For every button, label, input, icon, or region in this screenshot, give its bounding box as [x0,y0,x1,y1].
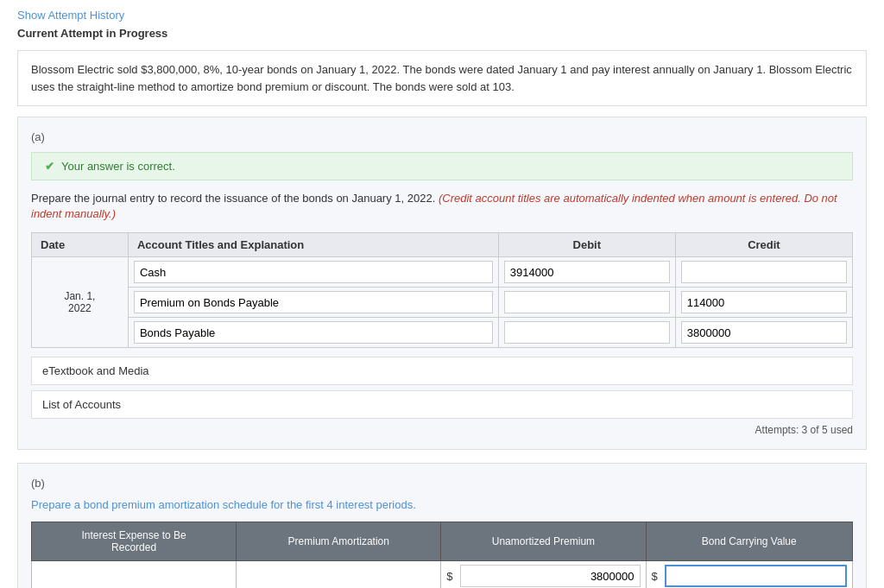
list-of-accounts-anchor[interactable]: List of Accounts [42,398,121,411]
debit-cell-bonds [498,318,675,348]
credit-input-bonds[interactable] [681,321,847,344]
date-cell: Jan. 1,2022 [32,257,129,348]
table-row: Jan. 1,2022 [32,257,853,288]
dollar-sign-1: $ [446,570,456,583]
account-cell-premium [128,288,498,318]
attempts-text: Attempts: 3 of 5 used [31,424,853,436]
debit-input-premium[interactable] [504,291,670,313]
debit-input-cash[interactable] [504,261,670,283]
credit-input-premium[interactable] [681,291,847,313]
initial-unamortized-input[interactable] [460,565,641,587]
debit-cell-premium [498,288,675,318]
account-input-bonds[interactable] [134,321,493,344]
account-input-cash[interactable] [134,261,493,283]
credit-cell-bonds [675,318,852,348]
etextbook-link[interactable]: eTextbook and Media [31,357,853,385]
section-b-instruction: Prepare a bond premium amortization sche… [31,498,853,511]
col-date: Date [32,233,129,257]
instruction-main: Prepare the journal entry to record the … [31,192,435,205]
credit-cell-premium [675,288,852,318]
show-attempt-link[interactable]: Show Attempt History [17,9,124,22]
account-cell-bonds [128,318,498,348]
amortization-table: Interest Expense to BeRecorded Premium A… [31,522,853,588]
current-attempt-label: Current Attempt in Progress [17,27,867,40]
col-debit: Debit [498,233,675,257]
col-unamortized-premium: Unamortized Premium [441,522,646,561]
col-bond-carrying-value: Bond Carrying Value [646,522,852,561]
table-row [32,288,853,318]
problem-text: Blossom Electric sold $3,800,000, 8%, 10… [17,50,867,106]
initial-unamortized-premium: $ [441,561,646,588]
col-credit: Credit [675,233,852,257]
col-premium-amort: Premium Amortization [237,522,441,561]
list-of-accounts-link[interactable]: List of Accounts [31,390,853,419]
credit-cell-cash [675,257,852,288]
initial-bond-carrying-input[interactable] [665,565,847,587]
table-row [32,318,853,348]
checkmark-icon: ✔ [45,160,54,173]
section-a-instruction: Prepare the journal entry to record the … [31,191,853,222]
correct-banner: ✔ Your answer is correct. [31,152,853,180]
credit-input-cash[interactable] [681,261,847,283]
debit-cell-cash [498,257,675,288]
section-a-label: (a) [31,130,853,143]
amort-row-initial: $ $ [32,561,853,588]
correct-message: Your answer is correct. [61,160,175,173]
dollar-sign-2: $ [652,570,661,583]
journal-table: Date Account Titles and Explanation Debi… [31,232,853,348]
initial-premium-amort [237,561,441,588]
section-a: (a) ✔ Your answer is correct. Prepare th… [17,117,867,450]
account-input-premium[interactable] [134,291,493,313]
col-interest-expense: Interest Expense to BeRecorded [32,522,237,561]
etextbook-anchor[interactable]: eTextbook and Media [42,364,149,377]
debit-input-bonds[interactable] [504,321,670,344]
col-account: Account Titles and Explanation [128,233,498,257]
section-b: (b) Prepare a bond premium amortization … [17,463,867,588]
initial-bond-carrying: $ [646,561,852,588]
initial-interest-expense [32,561,237,588]
section-b-label: (b) [31,477,853,490]
account-cell-cash [128,257,498,288]
